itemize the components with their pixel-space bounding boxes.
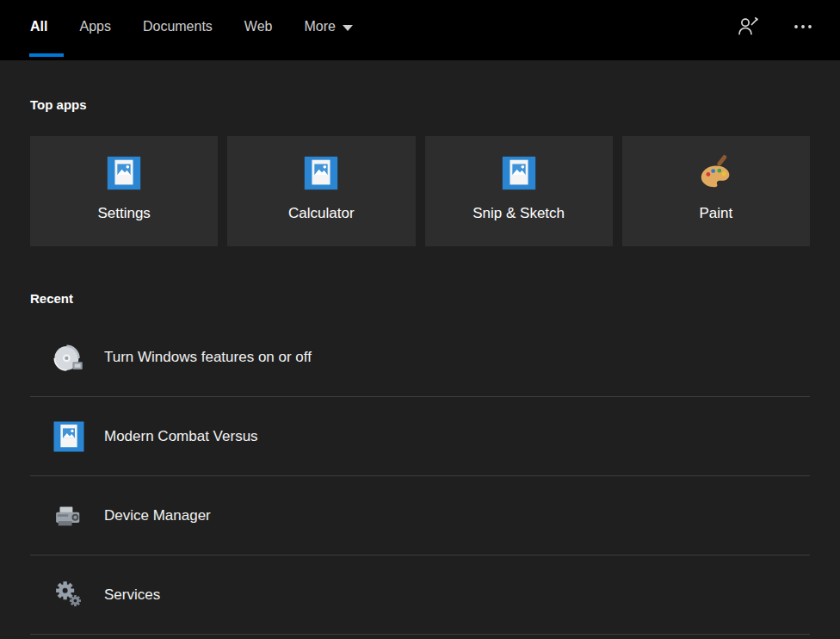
services-gears-icon <box>51 577 87 613</box>
tab-apps[interactable]: Apps <box>79 0 110 53</box>
top-apps-grid: Settings Calculator <box>30 136 810 246</box>
recent-heading: Recent <box>30 246 810 306</box>
ellipsis-icon <box>791 15 815 39</box>
filter-tabs: All Apps Documents Web More <box>0 0 353 53</box>
tab-web[interactable]: Web <box>244 0 273 53</box>
tab-web-label: Web <box>244 19 273 34</box>
tile-snip-and-sketch[interactable]: Snip & Sketch <box>425 136 613 246</box>
tile-settings[interactable]: Settings <box>30 136 218 246</box>
chevron-down-icon <box>343 25 353 31</box>
search-top-bar: All Apps Documents Web More <box>0 0 840 60</box>
tab-more-label: More <box>304 19 335 34</box>
tile-calculator[interactable]: Calculator <box>227 136 415 246</box>
tile-label: Snip & Sketch <box>472 205 565 222</box>
account-icon <box>736 15 760 39</box>
tile-label: Calculator <box>288 205 355 222</box>
recent-item-label: Turn Windows features on or off <box>104 349 312 366</box>
recent-item-label: Modern Combat Versus <box>104 428 258 445</box>
tab-more[interactable]: More <box>304 0 352 53</box>
image-placeholder-icon <box>104 153 144 193</box>
top-apps-heading: Top apps <box>30 60 810 112</box>
recent-item-label: Services <box>104 586 160 604</box>
paint-palette-icon <box>696 153 736 193</box>
tab-all[interactable]: All <box>30 0 47 53</box>
recent-item-label: Device Manager <box>104 507 211 524</box>
recent-item-windows-features[interactable]: Turn Windows features on or off <box>30 318 810 397</box>
tab-documents[interactable]: Documents <box>143 0 213 53</box>
disc-icon <box>51 339 87 375</box>
recent-item-modern-combat-versus[interactable]: Modern Combat Versus <box>30 397 810 476</box>
recent-list: Turn Windows features on or off Modern C… <box>30 318 810 635</box>
tab-all-label: All <box>30 19 47 34</box>
recent-item-device-manager[interactable]: Device Manager <box>30 476 810 555</box>
more-options-button[interactable] <box>790 14 816 40</box>
image-placeholder-icon <box>301 153 341 193</box>
recent-item-services[interactable]: Services <box>30 555 810 635</box>
image-placeholder-icon <box>499 153 539 193</box>
tile-label: Paint <box>700 205 733 222</box>
tab-apps-label: Apps <box>79 19 110 34</box>
search-results-panel: Top apps Settings <box>0 60 840 635</box>
device-manager-icon <box>51 498 87 534</box>
tile-label: Settings <box>97 205 150 222</box>
image-placeholder-icon <box>51 419 87 455</box>
tab-documents-label: Documents <box>143 19 213 34</box>
topbar-actions <box>735 0 816 53</box>
tile-paint[interactable]: Paint <box>622 136 810 246</box>
account-button[interactable] <box>735 14 761 40</box>
